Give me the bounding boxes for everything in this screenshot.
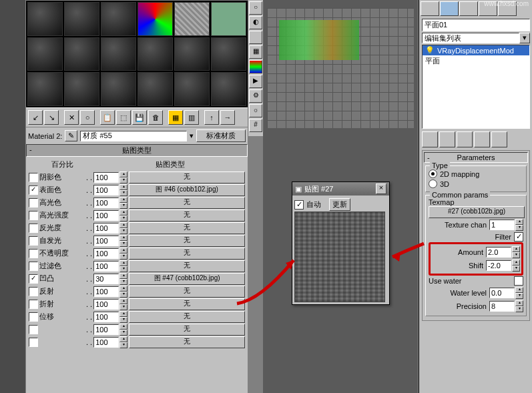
spinner-up-icon[interactable]: ▴ (119, 248, 127, 254)
map-enable-checkbox[interactable] (29, 249, 38, 258)
material-swatch[interactable] (27, 72, 63, 106)
material-swatch[interactable] (138, 2, 173, 36)
material-swatch[interactable] (174, 72, 210, 106)
map-enable-checkbox[interactable] (29, 198, 38, 208)
material-swatch[interactable] (174, 2, 210, 36)
spinner-up-icon[interactable]: ▴ (119, 336, 127, 342)
material-swatch[interactable] (211, 37, 246, 71)
modifier-list-dropdown[interactable]: ▾ (422, 33, 530, 43)
type-3d-row[interactable]: 3D (429, 179, 523, 189)
map-slot-button[interactable]: 无 (129, 311, 245, 323)
select-by-mat-icon[interactable]: ☼ (249, 104, 262, 117)
show-end-result-icon[interactable] (439, 131, 455, 147)
map-enable-checkbox[interactable] (29, 262, 38, 271)
spinner-up-icon[interactable]: ▴ (119, 298, 127, 304)
map-enable-checkbox[interactable] (29, 312, 38, 322)
map-slot-button[interactable]: 无 (129, 210, 245, 222)
hierarchy-tab-icon[interactable] (459, 1, 478, 16)
assign-material-icon[interactable]: ✕ (64, 110, 79, 125)
map-enable-checkbox[interactable] (29, 338, 38, 347)
map-amount-input[interactable] (93, 223, 119, 234)
pick-material-icon[interactable]: ✎ (65, 130, 77, 141)
spinner-up-icon[interactable]: ▴ (119, 235, 127, 241)
map-slot-button[interactable]: 无 (129, 298, 245, 310)
options-icon[interactable]: ⚙ (249, 89, 262, 103)
spinner-up-icon[interactable]: ▴ (119, 197, 127, 203)
map-amount-input[interactable] (93, 337, 119, 348)
material-swatch[interactable] (64, 37, 99, 71)
radio-3d[interactable] (429, 179, 437, 188)
material-swatch[interactable] (138, 37, 173, 71)
spinner-down-icon[interactable]: ▾ (119, 241, 127, 247)
spinner-down-icon[interactable]: ▾ (515, 306, 523, 312)
spinner-down-icon[interactable]: ▾ (119, 254, 127, 260)
material-swatch[interactable] (101, 2, 136, 36)
map-amount-input[interactable] (93, 312, 119, 322)
material-swatch[interactable] (101, 72, 136, 106)
make-unique-icon[interactable]: ⬚ (116, 110, 131, 125)
material-type-button[interactable]: 标准材质 (196, 129, 246, 142)
spinner-up-icon[interactable]: ▴ (119, 273, 127, 279)
delete-icon[interactable]: 🗑 (148, 110, 163, 125)
map-slot-button[interactable]: 无 (129, 171, 245, 183)
type-2d-row[interactable]: 2D mapping (429, 169, 523, 179)
map-amount-input[interactable] (93, 286, 119, 297)
put-to-scene-icon[interactable]: ↘ (44, 110, 59, 125)
precision-input[interactable] (489, 301, 515, 312)
spinner-down-icon[interactable]: ▾ (119, 304, 127, 310)
filter-checkbox[interactable]: ✓ (514, 232, 523, 242)
map-amount-input[interactable] (93, 198, 119, 208)
spinner-up-icon[interactable]: ▴ (515, 219, 523, 225)
shift-input[interactable] (486, 260, 511, 271)
spinner-down-icon[interactable]: ▾ (119, 266, 127, 272)
spinner-up-icon[interactable]: ▴ (119, 286, 127, 292)
reset-icon[interactable]: ○ (80, 110, 95, 125)
material-swatch[interactable] (64, 2, 99, 36)
sample-uv-icon[interactable]: ▦ (249, 45, 262, 59)
map-enable-checkbox[interactable]: ✓ (29, 274, 38, 284)
map-amount-input[interactable] (93, 324, 119, 335)
material-swatch[interactable] (211, 2, 246, 36)
mat-id-icon[interactable]: # (249, 119, 262, 132)
modifier-stack[interactable]: 💡 VRayDisplacementMod 平面 (422, 45, 530, 129)
material-swatch[interactable] (27, 2, 63, 36)
map-enable-checkbox[interactable] (29, 173, 38, 182)
auto-checkbox[interactable]: ✓ (294, 200, 304, 210)
maps-rollout-header[interactable]: - 贴图类型 (26, 144, 248, 157)
spinner-down-icon[interactable]: ▾ (515, 225, 523, 231)
spinner-up-icon[interactable]: ▴ (119, 210, 127, 216)
spinner-down-icon[interactable]: ▾ (512, 266, 520, 272)
map-slot-button[interactable]: 无 (129, 222, 245, 234)
spinner-up-icon[interactable]: ▴ (512, 246, 520, 252)
dropdown-icon[interactable]: ▾ (190, 131, 194, 140)
material-swatch[interactable] (64, 72, 99, 106)
object-name-field[interactable]: 平面01 (422, 19, 530, 31)
spinner-up-icon[interactable]: ▴ (119, 184, 127, 190)
video-check-icon[interactable] (249, 60, 262, 73)
spinner-down-icon[interactable]: ▾ (119, 203, 127, 209)
spinner-up-icon[interactable]: ▴ (119, 222, 127, 228)
spinner-up-icon[interactable]: ▴ (119, 311, 127, 317)
texmap-slot-button[interactable]: #27 (cobb102b.jpg) (429, 206, 525, 218)
put-library-icon[interactable]: 💾 (132, 110, 147, 125)
spinner-up-icon[interactable]: ▴ (512, 260, 520, 266)
material-name-input[interactable] (80, 131, 187, 141)
map-enable-checkbox[interactable] (29, 300, 38, 309)
use-water-checkbox[interactable] (514, 276, 523, 286)
map-enable-checkbox[interactable] (29, 325, 38, 334)
spinner-up-icon[interactable]: ▴ (515, 300, 523, 306)
map-enable-checkbox[interactable] (29, 211, 38, 220)
map-amount-input[interactable] (93, 261, 119, 272)
backlight-icon[interactable]: ◐ (249, 16, 262, 29)
map-slot-button[interactable]: 无 (129, 248, 245, 260)
spinner-down-icon[interactable]: ▾ (515, 293, 523, 299)
spinner-up-icon[interactable]: ▴ (119, 171, 127, 177)
background-icon[interactable] (249, 31, 262, 44)
refresh-button[interactable]: 更新 (329, 198, 350, 211)
map-slot-button[interactable]: 无 (129, 286, 245, 298)
map-slot-button[interactable]: 无 (129, 336, 245, 348)
close-icon[interactable]: × (376, 183, 386, 194)
map-amount-input[interactable] (93, 274, 119, 284)
remove-modifier-icon[interactable] (474, 131, 490, 147)
go-forward-icon[interactable]: → (220, 110, 235, 125)
